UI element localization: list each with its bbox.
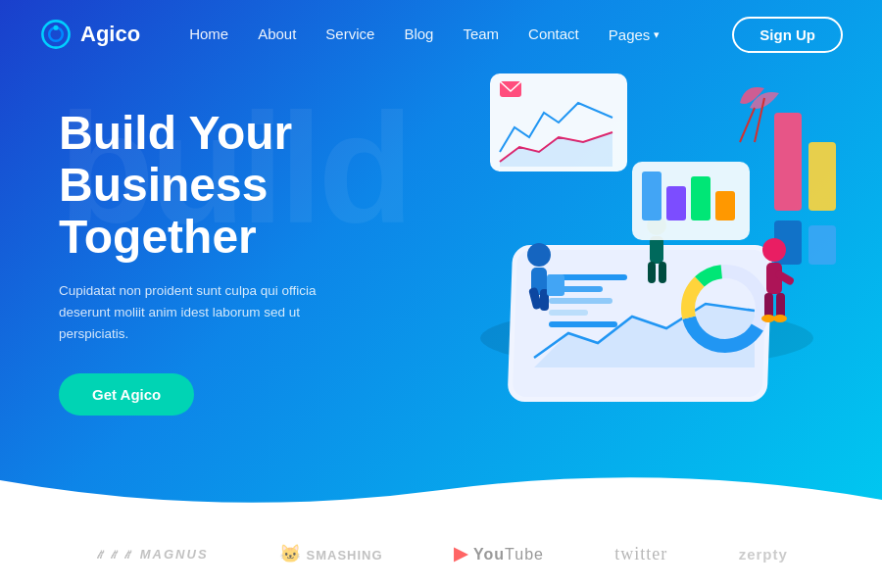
nav-item-blog[interactable]: Blog <box>404 25 433 43</box>
svg-rect-45 <box>715 191 735 220</box>
svg-rect-22 <box>549 321 617 327</box>
brand-youtube: ▶ YouTube <box>454 543 544 564</box>
svg-rect-37 <box>648 262 656 283</box>
get-agico-button[interactable]: Get Agico <box>59 373 194 416</box>
brand-twitter: twitter <box>614 544 667 564</box>
nav-item-pages[interactable]: Pages ▾ <box>609 26 661 43</box>
hero-section: build Agico Home About Service Blog Team… <box>0 0 882 519</box>
hero-wave <box>0 441 882 519</box>
chevron-down-icon: ▾ <box>654 28 660 41</box>
brand-zerpty: zerpty <box>739 546 788 563</box>
hero-content: Build Your Business Together Cupidatat n… <box>59 108 431 416</box>
logo-text: Agico <box>80 22 140 47</box>
hero-description: Cupidatat non proident sunt culpa qui of… <box>59 280 363 344</box>
brand-smashing: 🐱 SMASHING <box>279 543 383 564</box>
brand-twitter-label: twitter <box>614 544 667 564</box>
svg-rect-43 <box>666 186 686 220</box>
brand-youtube-label: YouTube <box>473 546 544 563</box>
svg-rect-42 <box>642 172 662 220</box>
svg-rect-4 <box>808 142 836 211</box>
brand-magnus-icon: ⫽⫽⫽ <box>94 547 135 562</box>
nav-link-contact[interactable]: Contact <box>528 25 579 42</box>
nav-link-blog[interactable]: Blog <box>404 25 433 42</box>
logo[interactable]: Agico <box>39 18 140 51</box>
brand-zerpty-label: zerpty <box>739 546 788 563</box>
navbar: Agico Home About Service Blog Team Conta… <box>0 0 882 69</box>
svg-point-33 <box>773 315 787 322</box>
hero-title-line1: Build Your <box>59 107 292 159</box>
svg-rect-36 <box>650 236 663 264</box>
isometric-illustration <box>441 54 853 426</box>
nav-item-team[interactable]: Team <box>463 25 499 43</box>
svg-point-28 <box>762 238 786 262</box>
brand-magnus: ⫽⫽⫽ MAGNUS <box>94 547 208 562</box>
nav-item-service[interactable]: Service <box>325 25 374 43</box>
smashing-icon: 🐱 <box>279 544 302 564</box>
brand-magnus-label: MAGNUS <box>140 547 209 562</box>
svg-line-39 <box>740 108 755 142</box>
nav-link-team[interactable]: Team <box>463 25 499 42</box>
nav-links: Home About Service Blog Team Contact Pag… <box>189 25 732 43</box>
svg-rect-21 <box>549 310 588 316</box>
logo-icon <box>39 18 73 51</box>
nav-item-about[interactable]: About <box>258 25 296 43</box>
svg-point-0 <box>42 21 69 47</box>
nav-item-home[interactable]: Home <box>189 25 228 43</box>
nav-item-contact[interactable]: Contact <box>528 25 579 43</box>
svg-rect-3 <box>774 113 802 211</box>
hero-title: Build Your Business Together <box>59 108 431 263</box>
svg-rect-27 <box>547 274 564 296</box>
page-wrapper: build Agico Home About Service Blog Team… <box>0 0 882 588</box>
hero-title-line2: Business Together <box>59 159 268 263</box>
svg-point-23 <box>527 243 551 267</box>
nav-link-pages[interactable]: Pages <box>609 26 651 43</box>
nav-link-home[interactable]: Home <box>189 25 228 42</box>
svg-rect-20 <box>549 298 612 304</box>
nav-link-service[interactable]: Service <box>325 25 374 42</box>
hero-illustration <box>441 54 853 426</box>
svg-rect-44 <box>691 176 710 220</box>
nav-link-about[interactable]: About <box>258 25 296 42</box>
svg-point-32 <box>761 315 775 322</box>
signup-button[interactable]: Sign Up <box>732 17 843 53</box>
svg-rect-6 <box>808 225 836 265</box>
svg-rect-38 <box>659 262 666 283</box>
svg-point-2 <box>53 25 58 30</box>
brand-smashing-label: SMASHING <box>307 548 383 563</box>
brands-section: ⫽⫽⫽ MAGNUS 🐱 SMASHING ▶ YouTube twitter … <box>0 519 882 588</box>
youtube-icon: ▶ <box>454 544 468 564</box>
